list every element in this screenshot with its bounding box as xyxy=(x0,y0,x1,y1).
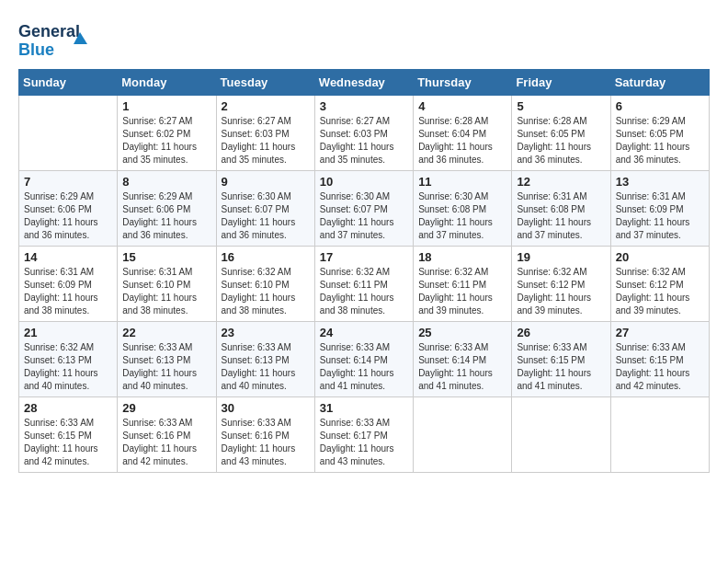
day-number: 18 xyxy=(418,250,506,264)
day-cell: 15Sunrise: 6:31 AMSunset: 6:10 PMDayligh… xyxy=(118,247,216,322)
day-number: 15 xyxy=(122,250,210,264)
day-cell: 8Sunrise: 6:29 AMSunset: 6:06 PMDaylight… xyxy=(118,171,216,247)
day-cell xyxy=(414,397,512,473)
day-info: Sunrise: 6:32 AMSunset: 6:12 PMDaylight:… xyxy=(517,266,605,317)
day-cell xyxy=(19,96,118,171)
day-number: 24 xyxy=(320,326,408,339)
svg-text:General: General xyxy=(18,22,80,40)
day-info: Sunrise: 6:33 AMSunset: 6:13 PMDaylight:… xyxy=(222,341,310,393)
day-info: Sunrise: 6:30 AMSunset: 6:07 PMDaylight:… xyxy=(320,190,408,242)
day-cell: 27Sunrise: 6:33 AMSunset: 6:15 PMDayligh… xyxy=(610,322,709,397)
day-cell: 23Sunrise: 6:33 AMSunset: 6:13 PMDayligh… xyxy=(216,322,314,397)
day-number: 4 xyxy=(418,99,506,113)
day-number: 22 xyxy=(122,326,210,339)
day-cell: 21Sunrise: 6:32 AMSunset: 6:13 PMDayligh… xyxy=(19,322,118,397)
day-cell: 17Sunrise: 6:32 AMSunset: 6:11 PMDayligh… xyxy=(314,247,413,322)
day-info: Sunrise: 6:33 AMSunset: 6:14 PMDaylight:… xyxy=(418,341,506,393)
header-friday: Friday xyxy=(512,70,610,96)
day-number: 26 xyxy=(517,326,605,339)
day-cell: 16Sunrise: 6:32 AMSunset: 6:10 PMDayligh… xyxy=(216,247,314,322)
day-number: 27 xyxy=(616,326,704,339)
day-cell: 9Sunrise: 6:30 AMSunset: 6:07 PMDaylight… xyxy=(216,171,314,247)
day-info: Sunrise: 6:32 AMSunset: 6:12 PMDaylight:… xyxy=(616,266,704,317)
header-thursday: Thursday xyxy=(414,70,512,96)
logo: GeneralBlue xyxy=(18,18,92,60)
day-info: Sunrise: 6:27 AMSunset: 6:03 PMDaylight:… xyxy=(222,115,310,167)
day-cell: 7Sunrise: 6:29 AMSunset: 6:06 PMDaylight… xyxy=(19,171,118,247)
day-number: 28 xyxy=(24,401,112,415)
day-number: 1 xyxy=(122,99,210,113)
day-cell: 12Sunrise: 6:31 AMSunset: 6:08 PMDayligh… xyxy=(512,171,610,247)
day-info: Sunrise: 6:33 AMSunset: 6:16 PMDaylight:… xyxy=(122,417,210,468)
day-cell: 28Sunrise: 6:33 AMSunset: 6:15 PMDayligh… xyxy=(19,397,118,473)
day-info: Sunrise: 6:33 AMSunset: 6:14 PMDaylight:… xyxy=(320,341,408,393)
day-cell: 30Sunrise: 6:33 AMSunset: 6:16 PMDayligh… xyxy=(216,397,314,473)
day-number: 3 xyxy=(320,99,408,113)
day-cell: 19Sunrise: 6:32 AMSunset: 6:12 PMDayligh… xyxy=(512,247,610,322)
day-info: Sunrise: 6:28 AMSunset: 6:04 PMDaylight:… xyxy=(418,115,506,167)
day-cell: 24Sunrise: 6:33 AMSunset: 6:14 PMDayligh… xyxy=(314,322,413,397)
day-number: 17 xyxy=(320,250,408,264)
day-number: 6 xyxy=(616,99,704,113)
day-number: 19 xyxy=(517,250,605,264)
day-info: Sunrise: 6:33 AMSunset: 6:13 PMDaylight:… xyxy=(122,341,210,393)
day-cell: 3Sunrise: 6:27 AMSunset: 6:03 PMDaylight… xyxy=(314,96,413,171)
day-cell: 13Sunrise: 6:31 AMSunset: 6:09 PMDayligh… xyxy=(610,171,709,247)
day-cell: 6Sunrise: 6:29 AMSunset: 6:05 PMDaylight… xyxy=(610,96,709,171)
day-info: Sunrise: 6:33 AMSunset: 6:16 PMDaylight:… xyxy=(222,417,310,468)
day-info: Sunrise: 6:33 AMSunset: 6:15 PMDaylight:… xyxy=(24,417,112,468)
day-number: 5 xyxy=(517,99,605,113)
day-info: Sunrise: 6:27 AMSunset: 6:03 PMDaylight:… xyxy=(320,115,408,167)
header-saturday: Saturday xyxy=(610,70,709,96)
day-info: Sunrise: 6:32 AMSunset: 6:10 PMDaylight:… xyxy=(222,266,310,317)
day-info: Sunrise: 6:31 AMSunset: 6:08 PMDaylight:… xyxy=(517,190,605,242)
days-header-row: SundayMondayTuesdayWednesdayThursdayFrid… xyxy=(19,70,710,96)
day-info: Sunrise: 6:30 AMSunset: 6:08 PMDaylight:… xyxy=(418,190,506,242)
svg-text:Blue: Blue xyxy=(18,40,54,59)
day-cell: 11Sunrise: 6:30 AMSunset: 6:08 PMDayligh… xyxy=(414,171,512,247)
day-info: Sunrise: 6:31 AMSunset: 6:09 PMDaylight:… xyxy=(616,190,704,242)
day-info: Sunrise: 6:32 AMSunset: 6:11 PMDaylight:… xyxy=(320,266,408,317)
day-number: 31 xyxy=(320,401,408,415)
header-tuesday: Tuesday xyxy=(216,70,314,96)
day-cell: 25Sunrise: 6:33 AMSunset: 6:14 PMDayligh… xyxy=(414,322,512,397)
day-info: Sunrise: 6:27 AMSunset: 6:02 PMDaylight:… xyxy=(122,115,210,167)
day-cell: 1Sunrise: 6:27 AMSunset: 6:02 PMDaylight… xyxy=(118,96,216,171)
day-cell: 18Sunrise: 6:32 AMSunset: 6:11 PMDayligh… xyxy=(414,247,512,322)
day-info: Sunrise: 6:30 AMSunset: 6:07 PMDaylight:… xyxy=(222,190,310,242)
day-number: 13 xyxy=(616,175,704,189)
day-number: 29 xyxy=(122,401,210,415)
day-info: Sunrise: 6:33 AMSunset: 6:15 PMDaylight:… xyxy=(517,341,605,393)
day-info: Sunrise: 6:33 AMSunset: 6:15 PMDaylight:… xyxy=(616,341,704,393)
day-cell xyxy=(610,397,709,473)
day-cell: 22Sunrise: 6:33 AMSunset: 6:13 PMDayligh… xyxy=(118,322,216,397)
week-row-2: 7Sunrise: 6:29 AMSunset: 6:06 PMDaylight… xyxy=(19,171,710,247)
header-wednesday: Wednesday xyxy=(314,70,413,96)
calendar-table: SundayMondayTuesdayWednesdayThursdayFrid… xyxy=(18,69,710,473)
day-info: Sunrise: 6:32 AMSunset: 6:13 PMDaylight:… xyxy=(24,341,112,393)
day-info: Sunrise: 6:31 AMSunset: 6:09 PMDaylight:… xyxy=(24,266,112,317)
day-number: 21 xyxy=(24,326,112,339)
week-row-3: 14Sunrise: 6:31 AMSunset: 6:09 PMDayligh… xyxy=(19,247,710,322)
day-info: Sunrise: 6:29 AMSunset: 6:06 PMDaylight:… xyxy=(122,190,210,242)
logo-svg: GeneralBlue xyxy=(18,18,92,60)
day-number: 20 xyxy=(616,250,704,264)
day-cell: 2Sunrise: 6:27 AMSunset: 6:03 PMDaylight… xyxy=(216,96,314,171)
day-number: 16 xyxy=(222,250,310,264)
day-cell: 26Sunrise: 6:33 AMSunset: 6:15 PMDayligh… xyxy=(512,322,610,397)
day-cell xyxy=(512,397,610,473)
week-row-5: 28Sunrise: 6:33 AMSunset: 6:15 PMDayligh… xyxy=(19,397,710,473)
day-number: 14 xyxy=(24,250,112,264)
day-number: 7 xyxy=(24,175,112,189)
day-info: Sunrise: 6:33 AMSunset: 6:17 PMDaylight:… xyxy=(320,417,408,468)
day-cell: 10Sunrise: 6:30 AMSunset: 6:07 PMDayligh… xyxy=(314,171,413,247)
day-number: 9 xyxy=(222,175,310,189)
day-cell: 20Sunrise: 6:32 AMSunset: 6:12 PMDayligh… xyxy=(610,247,709,322)
day-info: Sunrise: 6:29 AMSunset: 6:06 PMDaylight:… xyxy=(24,190,112,242)
day-info: Sunrise: 6:28 AMSunset: 6:05 PMDaylight:… xyxy=(517,115,605,167)
day-number: 10 xyxy=(320,175,408,189)
header-sunday: Sunday xyxy=(19,70,118,96)
day-info: Sunrise: 6:31 AMSunset: 6:10 PMDaylight:… xyxy=(122,266,210,317)
day-cell: 31Sunrise: 6:33 AMSunset: 6:17 PMDayligh… xyxy=(314,397,413,473)
header-monday: Monday xyxy=(118,70,216,96)
